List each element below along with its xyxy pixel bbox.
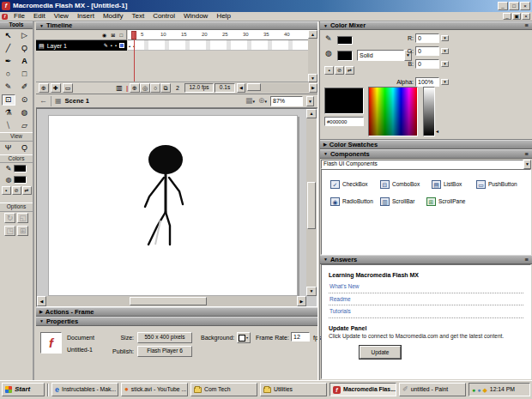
zoom-tool[interactable]: Ǫ — [18, 142, 32, 154]
back-arrow-icon[interactable]: ← — [39, 97, 47, 105]
whats-new-link[interactable]: What's New — [329, 281, 523, 293]
actions-panel-header[interactable]: ▶ Actions - Frame — [36, 307, 317, 317]
tray-volume-icon[interactable]: ◆ — [482, 387, 487, 393]
b-input[interactable] — [415, 59, 439, 69]
child-close-button[interactable]: × — [522, 13, 530, 20]
readme-link[interactable]: Readme — [329, 293, 523, 306]
alpha-input[interactable] — [415, 77, 439, 87]
eyedropper-tool[interactable]: ⧹ — [2, 120, 15, 131]
properties-panel-header[interactable]: ▼ Properties — [36, 317, 317, 326]
layer-frames-row[interactable]: • • — [128, 40, 308, 51]
onion-skin-button[interactable]: ◎ — [140, 83, 150, 93]
lock-icon[interactable]: ⊠ — [111, 33, 115, 38]
component-checkbox[interactable]: ✓ CheckBox — [330, 180, 368, 189]
background-color-button[interactable]: ▾ — [237, 332, 251, 343]
menu-text[interactable]: Text — [127, 12, 148, 21]
mixer-fill-color-chip[interactable] — [337, 51, 353, 61]
fill-color-chip[interactable] — [14, 176, 27, 184]
insert-folder-button[interactable]: ▭ — [63, 83, 73, 93]
option-scale-button[interactable]: ◱ — [17, 213, 28, 223]
menu-file[interactable]: File — [9, 12, 29, 21]
maximize-button[interactable]: □ — [509, 2, 519, 10]
edit-multiple-frames-button[interactable]: ⧉ — [160, 83, 171, 93]
components-header[interactable]: ▼ Components ≡ — [320, 149, 532, 159]
frame-rate-indicator[interactable]: 12.0 fps — [184, 83, 214, 93]
timeline-horizontal-scrollbar[interactable] — [245, 83, 309, 93]
subselect-tool[interactable]: ▷ — [18, 30, 32, 41]
stage-scroll-right-icon[interactable]: ▶ — [297, 296, 306, 306]
stage-horizontal-scrollbar[interactable]: ◀ ▶ — [37, 296, 306, 306]
scroll-down-icon[interactable]: ▼ — [308, 74, 317, 82]
stage-scroll-left-icon[interactable]: ◀ — [37, 296, 46, 306]
zoom-dropdown-icon[interactable]: ▼ — [306, 96, 314, 106]
color-spectrum-picker[interactable] — [368, 87, 418, 136]
arrow-tool[interactable]: ↖ — [2, 30, 15, 41]
timeline-scroll-right-icon[interactable]: ▶ — [309, 83, 317, 93]
task-stick-avi[interactable]: ● stick.avi - YouTube ... — [121, 383, 188, 396]
brush-tool[interactable]: ✐ — [18, 82, 32, 93]
menu-window[interactable]: Window — [179, 12, 212, 21]
update-button[interactable]: Update — [360, 346, 401, 359]
menu-control[interactable]: Control — [148, 12, 179, 21]
stage-scroll-up-icon[interactable]: ▲ — [306, 109, 317, 118]
child-restore-button[interactable]: ▣ — [512, 13, 521, 20]
outline-icon[interactable]: □ — [119, 33, 123, 38]
mixer-swap-colors-button[interactable]: ⇄ — [345, 66, 354, 75]
menu-help[interactable]: Help — [212, 12, 234, 21]
default-colors-button[interactable]: ▪ — [2, 186, 11, 195]
r-stepper-icon[interactable]: ▾ — [441, 35, 449, 41]
component-set-combobox[interactable]: Flash UI Components — [321, 160, 523, 169]
component-scrollpane[interactable]: ⊞ ScrollPane — [426, 197, 465, 206]
timeline-vertical-scrollbar[interactable]: ▲ ▼ — [308, 30, 317, 82]
free-transform-tool[interactable]: ⊡ — [2, 94, 15, 106]
edit-scene-button[interactable]: ▦▾ — [245, 97, 255, 105]
insert-layer-button[interactable]: ⊕ — [39, 83, 49, 93]
tray-network-icon[interactable]: ● — [477, 387, 481, 393]
framerate-input[interactable] — [291, 332, 310, 342]
minimize-button[interactable]: _ — [498, 2, 508, 10]
motion-guide-button[interactable]: ✚ — [51, 83, 61, 93]
rectangle-tool[interactable]: □ — [18, 69, 32, 80]
zoom-level-combobox[interactable]: 87% — [270, 96, 303, 106]
oval-tool[interactable]: ○ — [2, 69, 15, 80]
timeline-scroll-thumb[interactable] — [247, 83, 261, 91]
document-icon[interactable]: f — [2, 14, 8, 20]
stage-h-scroll-thumb[interactable] — [130, 297, 207, 305]
hex-color-input[interactable]: #000000 — [324, 117, 364, 126]
edit-symbols-button[interactable]: ⊛▾ — [258, 97, 267, 105]
eraser-tool[interactable]: ▱ — [18, 120, 32, 131]
g-stepper-icon[interactable]: ▾ — [441, 48, 449, 54]
scene-name[interactable]: Scene 1 — [65, 98, 89, 105]
answers-header[interactable]: ▼ Answers ≡ — [320, 255, 532, 264]
panel-options-icon[interactable]: ≡ — [525, 22, 529, 29]
layer-lock-dot[interactable]: • — [115, 43, 117, 48]
color-swatches-header[interactable]: ▶ Color Swatches — [320, 140, 532, 149]
text-tool[interactable]: A — [18, 56, 32, 67]
task-com-tech[interactable]: Com Tech — [190, 383, 257, 396]
component-radiobutton[interactable]: ◉ RadioButton — [330, 197, 373, 206]
paint-bucket-tool[interactable]: ◍ — [18, 107, 32, 118]
color-mixer-header[interactable]: ▼ Color Mixer ≡ — [320, 21, 532, 30]
tray-messenger-icon[interactable]: ● — [472, 387, 475, 393]
layer-visible-dot[interactable]: • — [111, 43, 112, 48]
task-utilities[interactable]: Utilities — [260, 383, 327, 396]
panel-options-icon[interactable]: ≡ — [525, 257, 529, 263]
delete-layer-button[interactable]: ▥ — [114, 83, 124, 93]
stage-vertical-scrollbar[interactable]: ▲ ▼ — [306, 109, 317, 296]
brightness-slider[interactable] — [423, 87, 435, 136]
option-distort-button[interactable]: ◳ — [4, 226, 15, 236]
stroke-color-chip[interactable] — [14, 165, 27, 172]
component-listbox[interactable]: ▤ ListBox — [432, 180, 462, 189]
lasso-tool[interactable]: Ϙ — [18, 43, 32, 54]
mixer-stroke-color-chip[interactable] — [337, 36, 353, 45]
no-color-button[interactable]: ⊘ — [12, 186, 21, 195]
r-input[interactable] — [415, 33, 439, 43]
b-stepper-icon[interactable]: ▾ — [441, 61, 449, 67]
pencil-tool[interactable]: ✎ — [2, 82, 15, 93]
line-tool[interactable]: ╱ — [2, 43, 15, 54]
layer-row[interactable]: ▤ Layer 1 ✎ • • — [36, 40, 127, 51]
onion-outline-button[interactable]: ○ — [150, 83, 160, 93]
menu-insert[interactable]: Insert — [73, 12, 99, 21]
task-untitled-paint[interactable]: ✐ untitled - Paint — [399, 383, 466, 396]
panel-options-icon[interactable]: ≡ — [525, 151, 529, 158]
